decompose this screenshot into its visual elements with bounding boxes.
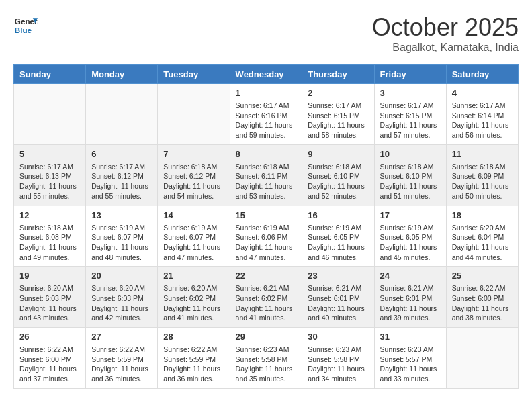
weekday-header-friday: Friday (374, 65, 446, 84)
day-info: Sunrise: 6:20 AM Sunset: 6:03 PM Dayligh… (91, 283, 152, 323)
day-info: Sunrise: 6:21 AM Sunset: 6:02 PM Dayligh… (236, 283, 297, 323)
day-info: Sunrise: 6:17 AM Sunset: 6:16 PM Dayligh… (236, 101, 297, 140)
title-block: October 2025 Bagalkot, Karnataka, India (372, 13, 519, 54)
calendar-cell: 10Sunrise: 6:18 AM Sunset: 6:10 PM Dayli… (374, 144, 446, 205)
calendar-cell: 11Sunrise: 6:18 AM Sunset: 6:09 PM Dayli… (446, 144, 518, 205)
calendar-cell: 22Sunrise: 6:21 AM Sunset: 6:02 PM Dayli… (230, 267, 302, 328)
calendar-cell: 28Sunrise: 6:22 AM Sunset: 5:59 PM Dayli… (158, 328, 230, 389)
calendar-cell: 20Sunrise: 6:20 AM Sunset: 6:03 PM Dayli… (86, 267, 158, 328)
day-info: Sunrise: 6:20 AM Sunset: 6:03 PM Dayligh… (19, 283, 80, 323)
day-number: 8 (236, 149, 297, 159)
calendar-row: 12Sunrise: 6:18 AM Sunset: 6:08 PM Dayli… (14, 205, 519, 267)
calendar-row: 19Sunrise: 6:20 AM Sunset: 6:03 PM Dayli… (14, 267, 519, 328)
day-info: Sunrise: 6:19 AM Sunset: 6:06 PM Dayligh… (236, 223, 297, 263)
day-number: 4 (452, 88, 513, 98)
calendar-cell: 2Sunrise: 6:17 AM Sunset: 6:15 PM Daylig… (302, 84, 374, 145)
day-number: 5 (19, 149, 80, 159)
calendar-cell: 15Sunrise: 6:19 AM Sunset: 6:06 PM Dayli… (230, 205, 302, 267)
day-number: 2 (308, 88, 368, 98)
day-number: 12 (19, 210, 80, 220)
calendar-cell: 14Sunrise: 6:19 AM Sunset: 6:07 PM Dayli… (158, 205, 230, 267)
day-info: Sunrise: 6:21 AM Sunset: 6:01 PM Dayligh… (308, 283, 368, 323)
month-title: October 2025 (372, 13, 519, 42)
day-number: 19 (19, 271, 80, 281)
calendar-cell: 24Sunrise: 6:21 AM Sunset: 6:01 PM Dayli… (374, 267, 446, 328)
day-info: Sunrise: 6:17 AM Sunset: 6:15 PM Dayligh… (380, 101, 441, 140)
day-info: Sunrise: 6:19 AM Sunset: 6:07 PM Dayligh… (91, 223, 152, 263)
day-info: Sunrise: 6:23 AM Sunset: 5:58 PM Dayligh… (308, 345, 368, 384)
day-info: Sunrise: 6:22 AM Sunset: 5:59 PM Dayligh… (91, 345, 152, 384)
day-number: 27 (91, 332, 152, 342)
day-number: 15 (236, 210, 297, 220)
day-number: 23 (308, 271, 368, 281)
calendar-cell: 25Sunrise: 6:22 AM Sunset: 6:00 PM Dayli… (446, 267, 518, 328)
day-info: Sunrise: 6:19 AM Sunset: 6:05 PM Dayligh… (308, 223, 368, 263)
calendar-cell: 23Sunrise: 6:21 AM Sunset: 6:01 PM Dayli… (302, 267, 374, 328)
calendar-cell: 1Sunrise: 6:17 AM Sunset: 6:16 PM Daylig… (230, 84, 302, 145)
day-info: Sunrise: 6:18 AM Sunset: 6:10 PM Dayligh… (308, 162, 368, 201)
calendar-cell: 29Sunrise: 6:23 AM Sunset: 5:58 PM Dayli… (230, 328, 302, 389)
calendar-cell: 8Sunrise: 6:18 AM Sunset: 6:11 PM Daylig… (230, 144, 302, 205)
weekday-header-saturday: Saturday (446, 65, 518, 84)
day-number: 20 (91, 271, 152, 281)
calendar-cell (86, 84, 158, 145)
day-info: Sunrise: 6:22 AM Sunset: 6:00 PM Dayligh… (19, 345, 80, 384)
day-info: Sunrise: 6:18 AM Sunset: 6:10 PM Dayligh… (380, 162, 441, 201)
calendar-cell: 5Sunrise: 6:17 AM Sunset: 6:13 PM Daylig… (14, 144, 86, 205)
calendar-cell: 21Sunrise: 6:20 AM Sunset: 6:02 PM Dayli… (158, 267, 230, 328)
day-number: 21 (163, 271, 224, 281)
calendar-cell: 30Sunrise: 6:23 AM Sunset: 5:58 PM Dayli… (302, 328, 374, 389)
day-number: 14 (163, 210, 224, 220)
calendar-cell: 9Sunrise: 6:18 AM Sunset: 6:10 PM Daylig… (302, 144, 374, 205)
calendar-cell: 13Sunrise: 6:19 AM Sunset: 6:07 PM Dayli… (86, 205, 158, 267)
day-number: 24 (380, 271, 441, 281)
calendar-row: 5Sunrise: 6:17 AM Sunset: 6:13 PM Daylig… (14, 144, 519, 205)
day-info: Sunrise: 6:18 AM Sunset: 6:12 PM Dayligh… (163, 162, 224, 201)
day-number: 9 (308, 149, 368, 159)
day-info: Sunrise: 6:18 AM Sunset: 6:08 PM Dayligh… (19, 223, 80, 263)
location: Bagalkot, Karnataka, India (372, 42, 519, 54)
day-info: Sunrise: 6:19 AM Sunset: 6:07 PM Dayligh… (163, 223, 224, 263)
calendar-table: SundayMondayTuesdayWednesdayThursdayFrid… (13, 64, 519, 389)
day-info: Sunrise: 6:17 AM Sunset: 6:13 PM Dayligh… (19, 162, 80, 201)
day-info: Sunrise: 6:18 AM Sunset: 6:11 PM Dayligh… (236, 162, 297, 201)
calendar-row: 1Sunrise: 6:17 AM Sunset: 6:16 PM Daylig… (14, 84, 519, 145)
day-info: Sunrise: 6:20 AM Sunset: 6:02 PM Dayligh… (163, 283, 224, 323)
day-number: 13 (91, 210, 152, 220)
calendar-cell: 26Sunrise: 6:22 AM Sunset: 6:00 PM Dayli… (14, 328, 86, 389)
day-info: Sunrise: 6:17 AM Sunset: 6:14 PM Dayligh… (452, 101, 513, 140)
day-info: Sunrise: 6:21 AM Sunset: 6:01 PM Dayligh… (380, 283, 441, 323)
day-info: Sunrise: 6:19 AM Sunset: 6:05 PM Dayligh… (380, 223, 441, 263)
day-info: Sunrise: 6:17 AM Sunset: 6:12 PM Dayligh… (91, 162, 152, 201)
calendar-cell: 6Sunrise: 6:17 AM Sunset: 6:12 PM Daylig… (86, 144, 158, 205)
day-info: Sunrise: 6:23 AM Sunset: 5:58 PM Dayligh… (236, 345, 297, 384)
calendar-cell: 12Sunrise: 6:18 AM Sunset: 6:08 PM Dayli… (14, 205, 86, 267)
weekday-header-sunday: Sunday (14, 65, 86, 84)
calendar-cell: 3Sunrise: 6:17 AM Sunset: 6:15 PM Daylig… (374, 84, 446, 145)
day-number: 11 (452, 149, 513, 159)
calendar-cell: 16Sunrise: 6:19 AM Sunset: 6:05 PM Dayli… (302, 205, 374, 267)
day-number: 31 (380, 332, 441, 342)
calendar-cell: 18Sunrise: 6:20 AM Sunset: 6:04 PM Dayli… (446, 205, 518, 267)
day-number: 29 (236, 332, 297, 342)
day-info: Sunrise: 6:23 AM Sunset: 5:57 PM Dayligh… (380, 345, 441, 384)
day-info: Sunrise: 6:18 AM Sunset: 6:09 PM Dayligh… (452, 162, 513, 201)
calendar-cell: 27Sunrise: 6:22 AM Sunset: 5:59 PM Dayli… (86, 328, 158, 389)
calendar-cell: 4Sunrise: 6:17 AM Sunset: 6:14 PM Daylig… (446, 84, 518, 145)
day-info: Sunrise: 6:22 AM Sunset: 6:00 PM Dayligh… (452, 283, 513, 323)
calendar-cell (14, 84, 86, 145)
page-header: General Blue October 2025 Bagalkot, Karn… (13, 13, 519, 54)
calendar-cell: 17Sunrise: 6:19 AM Sunset: 6:05 PM Dayli… (374, 205, 446, 267)
weekday-header-row: SundayMondayTuesdayWednesdayThursdayFrid… (14, 65, 519, 84)
calendar-row: 26Sunrise: 6:22 AM Sunset: 6:00 PM Dayli… (14, 328, 519, 389)
day-number: 28 (163, 332, 224, 342)
weekday-header-wednesday: Wednesday (230, 65, 302, 84)
day-number: 18 (452, 210, 513, 220)
day-number: 25 (452, 271, 513, 281)
calendar-cell: 7Sunrise: 6:18 AM Sunset: 6:12 PM Daylig… (158, 144, 230, 205)
svg-text:Blue: Blue (15, 26, 32, 34)
day-info: Sunrise: 6:17 AM Sunset: 6:15 PM Dayligh… (308, 101, 368, 140)
calendar-cell (446, 328, 518, 389)
day-info: Sunrise: 6:20 AM Sunset: 6:04 PM Dayligh… (452, 223, 513, 263)
day-number: 10 (380, 149, 441, 159)
